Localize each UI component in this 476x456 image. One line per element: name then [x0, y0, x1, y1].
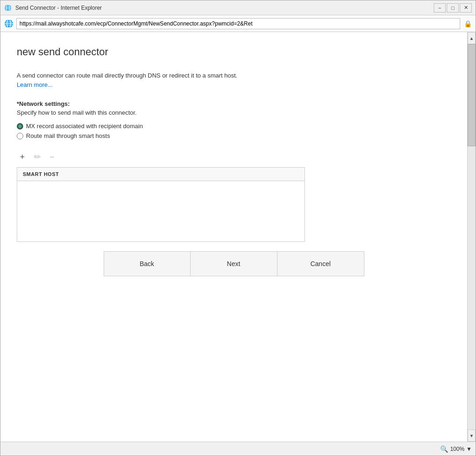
- radio-smart-label: Route mail through smart hosts: [26, 132, 110, 139]
- zoom-icon: 🔍: [440, 445, 448, 453]
- zoom-level: 100%: [450, 446, 464, 452]
- window-controls: − □ ✕: [434, 3, 472, 13]
- scroll-up-button[interactable]: ▲: [468, 32, 476, 44]
- network-settings-sub: Specify how to send mail with this conne…: [17, 109, 451, 116]
- smart-host-body: [17, 181, 304, 241]
- next-button[interactable]: Next: [191, 251, 278, 276]
- close-button[interactable]: ✕: [460, 3, 472, 13]
- page-title: new send connector: [17, 46, 451, 58]
- title-bar: Send Connector - Internet Explorer − □ ✕: [0, 0, 476, 15]
- status-bar: 🔍 100% ▼: [0, 442, 476, 456]
- ie-title-icon: [4, 4, 12, 12]
- toolbar: + ✏ −: [17, 151, 451, 163]
- bottom-area: Back Next Cancel: [17, 242, 451, 286]
- radio-mx-input[interactable]: [17, 123, 23, 130]
- content-area: new send connector A send connector can …: [0, 32, 476, 442]
- radio-smart-host[interactable]: Route mail through smart hosts: [17, 132, 451, 139]
- smart-host-column-header: SMART HOST: [17, 168, 304, 181]
- window-title: Send Connector - Internet Explorer: [15, 5, 434, 11]
- network-settings-radio-group: MX record associated with recipient doma…: [17, 123, 451, 142]
- main-panel: new send connector A send connector can …: [0, 32, 467, 442]
- scrollbar-thumb[interactable]: [468, 44, 476, 146]
- learn-more-link[interactable]: Learn more...: [17, 81, 53, 88]
- network-settings-label: *Network settings:: [17, 100, 451, 107]
- description-part1: A send connector can route mail directly…: [17, 72, 238, 79]
- radio-mx-record[interactable]: MX record associated with recipient doma…: [17, 123, 451, 130]
- maximize-button[interactable]: □: [447, 3, 459, 13]
- radio-mx-label: MX record associated with recipient doma…: [26, 123, 143, 130]
- edit-button[interactable]: ✏: [32, 151, 43, 163]
- back-button[interactable]: Back: [104, 251, 191, 276]
- scrollbar-thumb-area: [468, 44, 476, 430]
- zoom-dropdown-icon[interactable]: ▼: [466, 446, 472, 452]
- lock-icon: 🔒: [464, 20, 472, 27]
- remove-button[interactable]: −: [46, 151, 58, 163]
- button-row: Back Next Cancel: [17, 242, 451, 286]
- scrollbar: ▲ ▼: [467, 32, 476, 442]
- browser-window: Send Connector - Internet Explorer − □ ✕…: [0, 0, 476, 456]
- smart-host-table: SMART HOST: [17, 167, 305, 242]
- radio-smart-input[interactable]: [17, 133, 23, 139]
- scroll-down-button[interactable]: ▼: [468, 430, 476, 442]
- description-text: A send connector can route mail directly…: [17, 71, 451, 89]
- minimize-button[interactable]: −: [434, 3, 446, 13]
- address-bar: 🔒: [0, 15, 476, 32]
- address-input[interactable]: [16, 18, 460, 29]
- zoom-indicator[interactable]: 🔍 100% ▼: [440, 445, 472, 453]
- add-button[interactable]: +: [17, 151, 28, 163]
- ie-address-icon: [4, 19, 13, 28]
- cancel-button[interactable]: Cancel: [278, 251, 364, 276]
